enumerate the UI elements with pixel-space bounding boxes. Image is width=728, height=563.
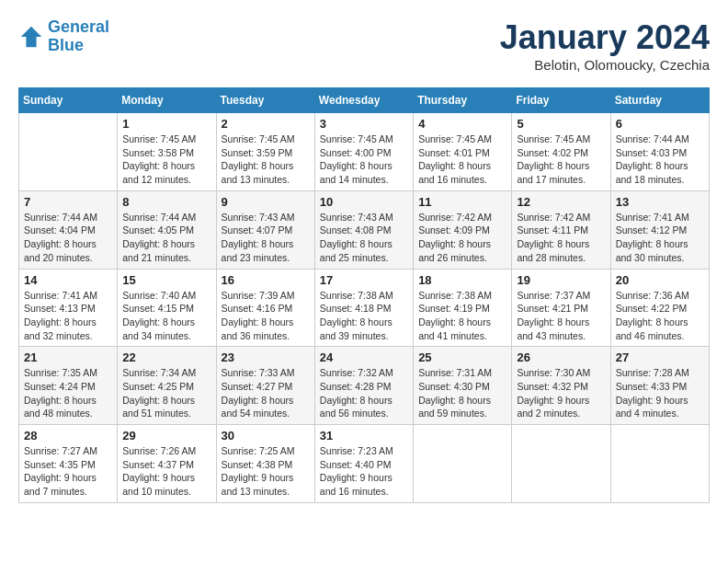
day-info: Sunrise: 7:23 AMSunset: 4:40 PMDaylight:… (320, 444, 408, 499)
day-number: 16 (222, 273, 310, 287)
calendar-cell: 11Sunrise: 7:42 AMSunset: 4:09 PMDayligh… (414, 190, 512, 269)
calendar-cell: 19Sunrise: 7:37 AMSunset: 4:21 PMDayligh… (512, 269, 610, 347)
calendar-cell: 10Sunrise: 7:43 AMSunset: 4:08 PMDayligh… (314, 190, 413, 269)
calendar-cell (414, 425, 512, 503)
day-number: 17 (320, 273, 408, 287)
calendar-cell: 24Sunrise: 7:32 AMSunset: 4:28 PMDayligh… (314, 347, 413, 425)
day-info: Sunrise: 7:43 AMSunset: 4:08 PMDaylight:… (320, 211, 408, 265)
day-info: Sunrise: 7:44 AMSunset: 4:05 PMDaylight:… (122, 211, 210, 265)
day-number: 23 (222, 350, 310, 364)
day-info: Sunrise: 7:45 AMSunset: 4:00 PMDaylight:… (320, 132, 408, 187)
weekday-header-row: SundayMondayTuesdayWednesdayThursdayFrid… (19, 88, 710, 113)
day-info: Sunrise: 7:33 AMSunset: 4:27 PMDaylight:… (222, 366, 310, 420)
day-info: Sunrise: 7:42 AMSunset: 4:11 PMDaylight:… (517, 211, 605, 265)
day-number: 7 (24, 195, 112, 209)
day-number: 24 (320, 350, 408, 364)
calendar-cell: 13Sunrise: 7:41 AMSunset: 4:12 PMDayligh… (610, 190, 709, 269)
day-info: Sunrise: 7:45 AMSunset: 4:01 PMDaylight:… (418, 132, 506, 187)
day-info: Sunrise: 7:34 AMSunset: 4:25 PMDaylight:… (122, 366, 210, 420)
calendar-cell: 27Sunrise: 7:28 AMSunset: 4:33 PMDayligh… (610, 347, 709, 425)
calendar-cell (610, 425, 709, 503)
calendar-cell: 31Sunrise: 7:23 AMSunset: 4:40 PMDayligh… (314, 425, 413, 503)
calendar-cell: 5Sunrise: 7:45 AMSunset: 4:02 PMDaylight… (512, 113, 610, 191)
day-number: 27 (616, 350, 704, 364)
day-info: Sunrise: 7:40 AMSunset: 4:15 PMDaylight:… (122, 289, 210, 343)
day-number: 14 (24, 273, 112, 287)
day-number: 1 (122, 117, 210, 131)
day-info: Sunrise: 7:38 AMSunset: 4:19 PMDaylight:… (418, 289, 506, 343)
day-number: 13 (616, 195, 704, 209)
day-info: Sunrise: 7:38 AMSunset: 4:18 PMDaylight:… (320, 289, 408, 343)
weekday-header: Thursday (414, 88, 512, 113)
weekday-header: Wednesday (314, 88, 413, 113)
logo-icon (18, 24, 44, 50)
calendar-cell: 20Sunrise: 7:36 AMSunset: 4:22 PMDayligh… (610, 269, 709, 347)
day-number: 30 (222, 429, 310, 442)
day-number: 11 (418, 195, 506, 209)
day-number: 21 (24, 350, 112, 364)
day-info: Sunrise: 7:28 AMSunset: 4:33 PMDaylight:… (616, 366, 704, 420)
calendar-cell: 28Sunrise: 7:27 AMSunset: 4:35 PMDayligh… (19, 425, 118, 503)
day-info: Sunrise: 7:26 AMSunset: 4:37 PMDaylight:… (122, 444, 210, 499)
calendar-cell: 17Sunrise: 7:38 AMSunset: 4:18 PMDayligh… (314, 269, 413, 347)
calendar-cell: 7Sunrise: 7:44 AMSunset: 4:04 PMDaylight… (19, 190, 118, 269)
day-number: 31 (320, 429, 408, 442)
calendar-cell: 21Sunrise: 7:35 AMSunset: 4:24 PMDayligh… (19, 347, 118, 425)
day-info: Sunrise: 7:37 AMSunset: 4:21 PMDaylight:… (517, 289, 605, 343)
day-number: 8 (122, 195, 210, 209)
day-number: 9 (222, 195, 310, 209)
weekday-header: Monday (118, 88, 216, 113)
calendar-week-row: 21Sunrise: 7:35 AMSunset: 4:24 PMDayligh… (19, 347, 710, 425)
calendar-cell: 22Sunrise: 7:34 AMSunset: 4:25 PMDayligh… (118, 347, 216, 425)
day-number: 3 (320, 117, 408, 131)
calendar-cell: 9Sunrise: 7:43 AMSunset: 4:07 PMDaylight… (216, 190, 314, 269)
day-number: 15 (122, 273, 210, 287)
calendar-cell: 8Sunrise: 7:44 AMSunset: 4:05 PMDaylight… (118, 190, 216, 269)
day-info: Sunrise: 7:25 AMSunset: 4:38 PMDaylight:… (222, 444, 310, 499)
day-info: Sunrise: 7:41 AMSunset: 4:12 PMDaylight:… (616, 211, 704, 265)
calendar-week-row: 7Sunrise: 7:44 AMSunset: 4:04 PMDaylight… (19, 190, 710, 269)
calendar-table: SundayMondayTuesdayWednesdayThursdayFrid… (18, 87, 710, 503)
logo-text: General Blue (48, 18, 109, 55)
day-info: Sunrise: 7:39 AMSunset: 4:16 PMDaylight:… (222, 289, 310, 343)
day-info: Sunrise: 7:41 AMSunset: 4:13 PMDaylight:… (24, 289, 112, 343)
day-number: 29 (122, 429, 210, 442)
day-info: Sunrise: 7:45 AMSunset: 3:58 PMDaylight:… (122, 132, 210, 187)
day-info: Sunrise: 7:43 AMSunset: 4:07 PMDaylight:… (222, 211, 310, 265)
day-number: 28 (24, 429, 112, 442)
day-info: Sunrise: 7:31 AMSunset: 4:30 PMDaylight:… (418, 366, 506, 420)
day-number: 18 (418, 273, 506, 287)
day-number: 4 (418, 117, 506, 131)
page-header: General Blue January 2024 Belotin, Olomo… (18, 18, 710, 73)
day-info: Sunrise: 7:44 AMSunset: 4:03 PMDaylight:… (616, 132, 704, 187)
calendar-cell: 3Sunrise: 7:45 AMSunset: 4:00 PMDaylight… (314, 113, 413, 191)
calendar-cell: 1Sunrise: 7:45 AMSunset: 3:58 PMDaylight… (118, 113, 216, 191)
logo-line1: General (48, 17, 109, 36)
day-number: 25 (418, 350, 506, 364)
calendar-cell: 12Sunrise: 7:42 AMSunset: 4:11 PMDayligh… (512, 190, 610, 269)
location: Belotin, Olomoucky, Czechia (500, 57, 710, 73)
day-info: Sunrise: 7:44 AMSunset: 4:04 PMDaylight:… (24, 211, 112, 265)
calendar-week-row: 1Sunrise: 7:45 AMSunset: 3:58 PMDaylight… (19, 113, 710, 191)
month-title: January 2024 (500, 18, 710, 57)
calendar-cell: 26Sunrise: 7:30 AMSunset: 4:32 PMDayligh… (512, 347, 610, 425)
calendar-cell: 6Sunrise: 7:44 AMSunset: 4:03 PMDaylight… (610, 113, 709, 191)
weekday-header: Friday (512, 88, 610, 113)
day-number: 20 (616, 273, 704, 287)
weekday-header: Tuesday (216, 88, 314, 113)
calendar-cell (19, 113, 118, 191)
day-info: Sunrise: 7:45 AMSunset: 4:02 PMDaylight:… (517, 132, 605, 187)
day-info: Sunrise: 7:45 AMSunset: 3:59 PMDaylight:… (222, 132, 310, 187)
day-number: 26 (517, 350, 605, 364)
calendar-cell (512, 425, 610, 503)
calendar-cell: 18Sunrise: 7:38 AMSunset: 4:19 PMDayligh… (414, 269, 512, 347)
day-info: Sunrise: 7:42 AMSunset: 4:09 PMDaylight:… (418, 211, 506, 265)
calendar-cell: 25Sunrise: 7:31 AMSunset: 4:30 PMDayligh… (414, 347, 512, 425)
day-number: 10 (320, 195, 408, 209)
day-info: Sunrise: 7:30 AMSunset: 4:32 PMDaylight:… (517, 366, 605, 420)
day-info: Sunrise: 7:35 AMSunset: 4:24 PMDaylight:… (24, 366, 112, 420)
day-number: 19 (517, 273, 605, 287)
calendar-cell: 14Sunrise: 7:41 AMSunset: 4:13 PMDayligh… (19, 269, 118, 347)
day-number: 2 (222, 117, 310, 131)
calendar-cell: 30Sunrise: 7:25 AMSunset: 4:38 PMDayligh… (216, 425, 314, 503)
